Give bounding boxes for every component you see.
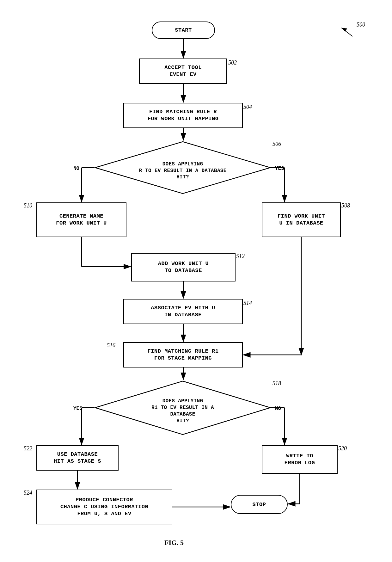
label-yes-506: YES: [275, 166, 284, 171]
svg-line-3: [341, 28, 352, 36]
ref-518: 518: [273, 380, 281, 387]
node-508: FIND WORK UNITU IN DATABASE: [262, 202, 341, 237]
stop-node: STOP: [231, 495, 288, 514]
start-node: START: [152, 22, 215, 39]
ref-502: 502: [228, 59, 237, 66]
node-522: USE DATABASEHIT AS STAGE S: [36, 445, 119, 471]
ref-512: 512: [236, 253, 245, 260]
node-514: ASSOCIATE EV WITH UIN DATABASE: [123, 299, 243, 324]
svg-marker-4: [341, 28, 347, 32]
ref-520: 520: [338, 445, 347, 452]
ref-506: 506: [273, 141, 281, 147]
diagram-container: 500 START ACCEPT TOOLEVENT EV 502 FIND M…: [0, 0, 392, 562]
ref-514: 514: [243, 300, 252, 306]
ref-516: 516: [107, 342, 115, 349]
node-504: FIND MATCHING RULE RFOR WORK UNIT MAPPIN…: [123, 103, 243, 128]
node-520: WRITE TOERROR LOG: [262, 445, 338, 474]
node-512: ADD WORK UNIT UTO DATABASE: [131, 253, 236, 281]
node-518: DOES APPLYINGR1 TO EV RESULT IN A DATABA…: [94, 380, 271, 435]
label-no-518: NO: [275, 406, 281, 411]
label-yes-518: YES: [73, 406, 83, 411]
ref-510: 510: [24, 202, 32, 209]
ref-522: 522: [24, 445, 32, 452]
node-510: GENERATE NAMEFOR WORK UNIT U: [36, 202, 126, 237]
label-no-506: NO: [73, 166, 79, 171]
ref-524: 524: [24, 490, 32, 496]
node-516: FIND MATCHING RULE R1FOR STAGE MAPPING: [123, 342, 243, 367]
node-524: PRODUCE CONNECTORCHANGE C USING INFORMAT…: [36, 490, 172, 524]
node-502: ACCEPT TOOLEVENT EV: [139, 59, 227, 84]
node-506: DOES APPLYINGR TO EV RESULT IN A DATABAS…: [94, 141, 271, 195]
ref-508: 508: [341, 202, 350, 209]
ref-500: 500: [357, 22, 365, 28]
ref-504: 504: [243, 104, 252, 110]
figure-label: FIG. 5: [164, 539, 184, 547]
